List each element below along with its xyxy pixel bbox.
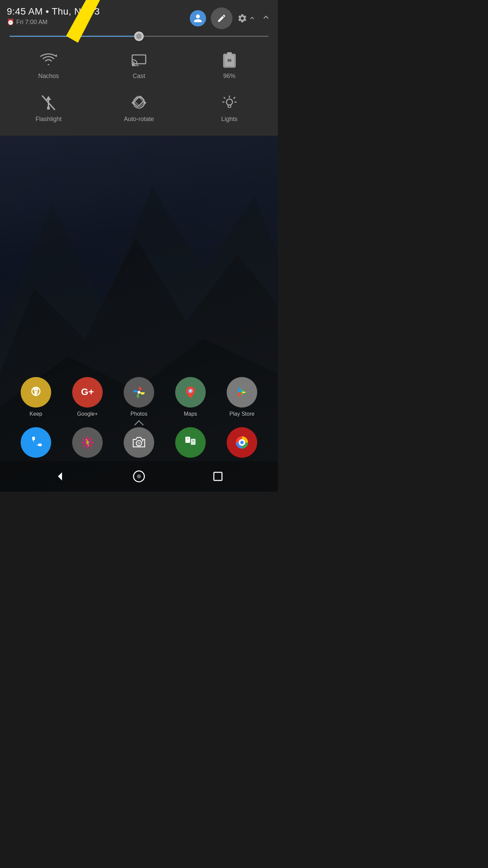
alarm-icon: ⏰	[7, 18, 14, 26]
settings-icon-area[interactable]	[237, 13, 256, 23]
gplus-icon[interactable]: G+	[72, 377, 103, 408]
tile-cast[interactable]: Cast	[94, 43, 184, 86]
svg-point-56	[137, 474, 141, 478]
svg-point-29	[34, 387, 38, 392]
edit-button[interactable]	[211, 7, 232, 29]
svg-point-53	[240, 441, 244, 444]
brightness-thumb[interactable]	[134, 32, 144, 41]
recents-button[interactable]	[209, 468, 226, 485]
svg-rect-57	[214, 472, 222, 480]
bolt-icon[interactable]	[72, 427, 103, 458]
app-keep[interactable]: Keep	[21, 377, 51, 417]
tile-battery[interactable]: 96 96%	[184, 43, 274, 86]
svg-line-19	[224, 97, 225, 98]
maps-label: Maps	[184, 411, 197, 417]
lights-icon	[221, 94, 238, 112]
svg-point-33	[138, 391, 140, 394]
back-button[interactable]	[52, 468, 68, 485]
svg-point-45	[142, 440, 143, 441]
svg-text:": "	[187, 438, 189, 442]
playstore-label: Play Store	[229, 411, 255, 417]
keep-label: Keep	[29, 411, 42, 417]
phone-icon[interactable]	[21, 427, 51, 458]
chrome-icon[interactable]	[227, 427, 257, 458]
app-chrome[interactable]	[227, 427, 257, 458]
brightness-slider[interactable]	[9, 35, 268, 37]
svg-rect-8	[47, 107, 50, 110]
battery-icon: 96	[221, 51, 238, 68]
status-left: 9:45 AM • Thu, Nov 3 ⏰ Fri 7:00 AM	[7, 6, 100, 26]
alarm-time: Fri 7:00 AM	[16, 19, 47, 26]
svg-marker-54	[58, 472, 62, 480]
quick-tiles-row2: Flashlight Auto-rotate	[0, 86, 278, 129]
tile-cast-label: Cast	[133, 73, 145, 80]
collapse-chevron[interactable]	[261, 12, 271, 25]
tile-nachos-label: Nachos	[38, 73, 59, 80]
maps-icon[interactable]: G	[175, 377, 206, 408]
camera-icon[interactable]	[124, 427, 154, 458]
tile-lights-label: Lights	[221, 116, 238, 123]
home-button[interactable]	[130, 468, 147, 485]
svg-marker-13	[131, 101, 134, 105]
tile-lights[interactable]: Lights	[184, 86, 274, 129]
brightness-thumb-inner	[136, 33, 142, 40]
keep-icon[interactable]	[21, 377, 51, 408]
photos-icon[interactable]	[124, 377, 154, 408]
app-phone[interactable]	[21, 427, 51, 458]
quick-tiles-row1: Nachos Cast	[0, 43, 278, 86]
hangouts-icon[interactable]: " "	[175, 427, 206, 458]
nav-bar	[0, 461, 278, 492]
app-maps[interactable]: G Maps	[175, 377, 206, 417]
status-icons	[190, 6, 271, 29]
svg-text:": "	[192, 440, 194, 444]
tile-flashlight[interactable]: Flashlight	[3, 86, 94, 129]
photos-label: Photos	[130, 411, 147, 417]
app-gplus[interactable]: G+ Google+	[72, 377, 103, 417]
status-alarm: ⏰ Fri 7:00 AM	[7, 18, 100, 26]
tile-nachos[interactable]: Nachos	[3, 43, 94, 86]
main-app-row: Keep G+ Google+ Ph	[0, 377, 278, 417]
status-bar: 9:45 AM • Thu, Nov 3 ⏰ Fri 7:00 AM	[0, 0, 278, 32]
tile-autorotate[interactable]: Auto-rotate	[94, 86, 184, 129]
brightness-area[interactable]	[0, 32, 278, 43]
autorotate-icon	[130, 94, 148, 112]
svg-text:96: 96	[227, 58, 231, 62]
svg-text:G: G	[189, 388, 192, 394]
tile-flashlight-label: Flashlight	[36, 116, 62, 123]
playstore-icon[interactable]	[227, 377, 257, 408]
bottom-dock: " "	[0, 427, 278, 458]
flashlight-icon	[40, 94, 57, 112]
cast-icon	[130, 51, 148, 68]
home-screen: Keep G+ Google+ Ph	[0, 136, 278, 492]
svg-point-14	[226, 99, 232, 105]
user-avatar[interactable]	[190, 10, 206, 26]
svg-rect-30	[35, 395, 37, 396]
svg-point-3	[132, 64, 134, 66]
app-playstore[interactable]: Play Store	[227, 377, 257, 417]
wifi-icon	[40, 51, 57, 68]
svg-rect-5	[227, 52, 232, 55]
app-bolt[interactable]	[72, 427, 103, 458]
svg-text:G+: G+	[81, 387, 94, 397]
notification-panel: 9:45 AM • Thu, Nov 3 ⏰ Fri 7:00 AM	[0, 0, 278, 136]
svg-point-44	[138, 442, 140, 445]
tile-battery-label: 96%	[223, 73, 236, 80]
app-hangouts[interactable]: " "	[175, 427, 206, 458]
app-camera[interactable]	[124, 427, 154, 458]
svg-line-20	[234, 97, 235, 98]
gplus-label: Google+	[77, 411, 98, 417]
app-photos[interactable]: Photos	[124, 377, 154, 417]
status-time: 9:45 AM • Thu, Nov 3	[7, 6, 100, 17]
brightness-fill	[9, 36, 144, 37]
tile-autorotate-label: Auto-rotate	[124, 116, 154, 123]
